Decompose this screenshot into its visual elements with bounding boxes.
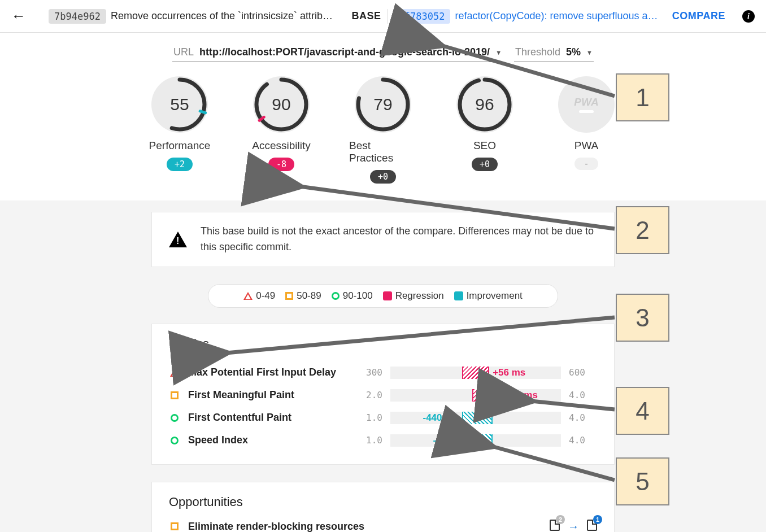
callout-5: 5 — [616, 457, 669, 505]
legend: 0-49 50-89 90-100 Regression Improvement — [208, 284, 558, 308]
metric-range-low: 1.0 — [354, 412, 382, 423]
metric-range-high: 4.0 — [569, 390, 597, 400]
metric-range-high: 4.0 — [569, 435, 597, 446]
metric-status-icon — [169, 414, 180, 422]
pwa-icon: PWA — [574, 96, 598, 108]
compare-commit-hash: 2f783052 — [393, 9, 451, 24]
legend-range-3: 90-100 — [343, 290, 373, 302]
back-button[interactable]: ← — [11, 7, 26, 25]
opportunities-heading: Opportunities — [169, 495, 597, 509]
gauge-label: Accessibility — [252, 139, 310, 152]
chevron-down-icon: ▼ — [586, 49, 593, 56]
gauge-accessibility[interactable]: 90 Accessibility -8 — [247, 76, 315, 184]
info-icon[interactable]: i — [742, 10, 755, 23]
gauge-label: PWA — [574, 139, 599, 152]
compare-build-selector[interactable]: 2f783052 refactor(CopyCode): remove supe… — [387, 9, 732, 24]
metric-row[interactable]: Max Potential First Input Delay 300 +56 … — [169, 361, 597, 384]
metric-delta: +209 ms — [499, 390, 538, 401]
svg-line-1 — [200, 111, 206, 113]
metric-status-icon — [169, 391, 180, 399]
base-commit-hash: 7b94e962 — [49, 9, 106, 24]
threshold-label: Threshold — [515, 46, 560, 58]
callout-1: 1 — [616, 73, 669, 121]
url-selector[interactable]: URL http://localhost:PORT/javascript-and… — [172, 44, 503, 62]
comparison-header: ← 7b94e962 Remove occurrences of the `in… — [0, 0, 766, 33]
chevron-down-icon: ▼ — [495, 49, 502, 56]
warning-text: This base build is not the exact ancesto… — [201, 224, 597, 255]
gauge-diff-pill: +0 — [370, 170, 396, 184]
legend-regression: Regression — [395, 290, 444, 302]
metric-range-low: 2.0 — [354, 390, 382, 400]
svg-point-5 — [460, 80, 510, 129]
compare-label: COMPARE — [672, 10, 725, 22]
svg-point-0 — [155, 80, 204, 129]
arrow-icon: → — [568, 520, 579, 532]
improvement-swatch — [454, 291, 463, 300]
metric-name: First Contentful Paint — [188, 412, 346, 424]
metric-bar: -271 ms — [390, 434, 561, 447]
threshold-selector[interactable]: Threshold 5% ▼ — [514, 44, 594, 62]
gauge-performance[interactable]: 55 Performance +2 — [146, 76, 214, 184]
gauge-seo[interactable]: 96 SEO +0 — [451, 76, 519, 184]
metric-range-low: 300 — [354, 367, 382, 378]
base-report-icon[interactable]: 2 — [550, 520, 560, 532]
gauge-diff-pill: +2 — [167, 158, 193, 171]
callout-4: 4 — [616, 387, 669, 435]
opportunity-status-icon — [169, 522, 180, 530]
gauge-label: Best Practices — [349, 139, 417, 164]
metrics-panel: Metrics Max Potential First Input Delay … — [151, 324, 615, 465]
metrics-heading: Metrics — [169, 337, 597, 351]
gauge-label: Performance — [149, 139, 211, 152]
gauge-label: SEO — [473, 139, 496, 152]
url-label: URL — [173, 46, 194, 58]
metric-row[interactable]: First Meaningful Paint 2.0 +209 ms 4.0 — [169, 384, 597, 407]
gauge-pwa[interactable]: PWA PWA - — [552, 76, 620, 184]
metric-range-high: 600 — [569, 367, 597, 378]
gauge-best practices[interactable]: 79 Best Practices +0 — [349, 76, 417, 184]
metric-row[interactable]: Speed Index 1.0 -271 ms 4.0 — [169, 429, 597, 452]
metric-name: Max Potential First Input Delay — [188, 367, 346, 378]
base-commit-message: Remove occurrences of the `intrinsicsize… — [111, 10, 345, 22]
metric-delta: -271 ms — [433, 435, 469, 446]
regression-swatch — [383, 291, 392, 300]
metric-row[interactable]: First Contentful Paint 1.0 -440 ms 4.0 — [169, 407, 597, 429]
opportunity-row[interactable]: Eliminate render-blocking resources 2 → … — [169, 520, 597, 532]
circle-icon — [332, 292, 340, 300]
svg-point-2 — [256, 80, 306, 129]
metric-bar: +56 ms — [390, 367, 561, 379]
metric-range-low: 1.0 — [354, 435, 382, 446]
compare-report-icon[interactable]: 1 — [587, 520, 597, 532]
metric-range-high: 4.0 — [569, 412, 597, 423]
threshold-value: 5% — [566, 46, 581, 58]
callout-3: 3 — [616, 294, 669, 342]
base-label: BASE — [351, 10, 381, 22]
legend-range-1: 0-49 — [256, 290, 275, 302]
metric-name: First Meaningful Paint — [188, 389, 346, 401]
ancestor-warning: This base build is not the exact ancesto… — [151, 212, 615, 267]
compare-commit-message: refactor(CopyCode): remove superfluous a… — [455, 10, 665, 22]
legend-improvement: Improvement — [467, 290, 523, 302]
url-value: http://localhost:PORT/javascript-and-goo… — [199, 46, 490, 58]
triangle-icon — [243, 292, 253, 300]
callout-2: 2 — [616, 206, 669, 254]
metric-bar: -440 ms — [390, 412, 561, 424]
metric-name: Speed Index — [188, 434, 346, 446]
opportunities-panel: Opportunities Eliminate render-blocking … — [151, 482, 615, 532]
metric-status-icon — [169, 369, 180, 377]
gauge-diff-pill: +0 — [472, 158, 498, 171]
metric-delta: -440 ms — [423, 412, 458, 424]
legend-range-2: 50-89 — [297, 290, 321, 302]
base-build-selector[interactable]: 7b94e962 Remove occurrences of the `intr… — [43, 9, 387, 24]
square-icon — [285, 292, 293, 300]
metric-delta: +56 ms — [493, 367, 525, 378]
gauge-diff-pill: - — [574, 158, 598, 170]
svg-point-4 — [358, 80, 408, 129]
metric-bar: +209 ms — [390, 389, 561, 402]
metric-status-icon — [169, 437, 180, 444]
warning-icon — [169, 232, 187, 247]
gauge-diff-pill: -8 — [268, 158, 294, 171]
opportunity-name: Eliminate render-blocking resources — [188, 521, 542, 532]
